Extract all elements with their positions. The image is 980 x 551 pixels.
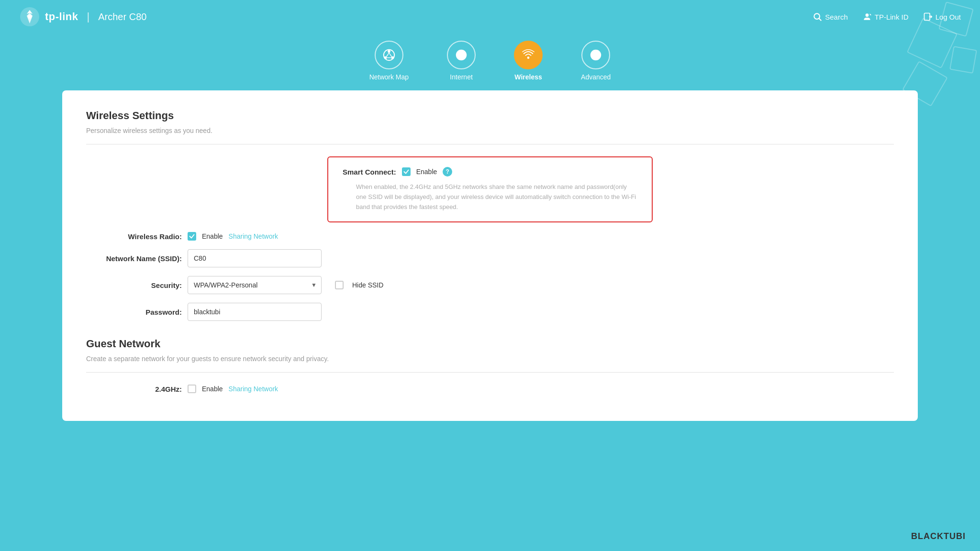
- svg-rect-5: [924, 13, 930, 21]
- wireless-radio-label: Wireless Radio:: [86, 232, 182, 241]
- wireless-settings-subtitle: Personalize wireless settings as you nee…: [86, 127, 894, 134]
- svg-point-1: [28, 15, 32, 19]
- network-name-input[interactable]: [188, 249, 322, 267]
- nav-arrow: [522, 84, 535, 90]
- nav-arrow-inner: [522, 84, 535, 90]
- nav-icon-advanced: [581, 41, 610, 69]
- hide-ssid-label: Hide SSID: [352, 281, 383, 289]
- header: tp-link | Archer C80 Search TP-Link ID: [0, 0, 980, 33]
- search-label: Search: [825, 13, 848, 21]
- svg-point-2: [814, 13, 820, 19]
- svg-line-3: [819, 19, 822, 21]
- logout-icon: [923, 12, 933, 22]
- tplink-id-label: TP-Link ID: [875, 13, 909, 21]
- network-name-label: Network Name (SSID):: [86, 254, 182, 263]
- nav-active-wrapper: Wireless: [514, 41, 543, 90]
- security-select-wrapper: WPA/WPA2-Personal WPA3-Personal None ▼: [188, 276, 322, 294]
- guest-network-title: Guest Network: [86, 338, 894, 350]
- ghz-24-enable-label: Enable: [202, 385, 223, 393]
- internet-icon: [454, 48, 468, 62]
- ghz-24-checkbox[interactable]: [188, 385, 196, 393]
- smart-connect-label: Smart Connect:: [343, 168, 396, 176]
- svg-line-11: [389, 53, 392, 56]
- svg-point-18: [527, 56, 530, 59]
- nav-item-internet[interactable]: Internet: [447, 41, 476, 90]
- nav-bar: Network Map Internet: [0, 33, 980, 90]
- nav-icon-wireless: [514, 41, 543, 69]
- logout-button[interactable]: Log Out: [923, 12, 961, 22]
- nav-item-network-map[interactable]: Network Map: [369, 41, 409, 90]
- security-select[interactable]: WPA/WPA2-Personal WPA3-Personal None: [188, 276, 322, 294]
- search-icon: [813, 12, 822, 22]
- search-button[interactable]: Search: [813, 12, 848, 22]
- header-actions: Search TP-Link ID Log Out: [813, 12, 961, 22]
- smart-connect-checkbox[interactable]: [402, 167, 411, 176]
- ghz-24-sharing-link[interactable]: Sharing Network: [229, 385, 278, 393]
- security-label: Security:: [86, 281, 182, 289]
- nav-label-network-map: Network Map: [369, 73, 409, 81]
- tplink-id-button[interactable]: TP-Link ID: [862, 12, 909, 22]
- ghz-24-label: 2.4GHz:: [86, 385, 182, 393]
- nav-icon-network-map: [375, 41, 403, 69]
- smart-connect-row: Smart Connect: Enable ?: [343, 167, 637, 176]
- svg-point-4: [865, 13, 869, 17]
- svg-line-10: [386, 53, 389, 56]
- network-name-row: Network Name (SSID):: [86, 249, 894, 267]
- main-container: Wireless Settings Personalize wireless s…: [62, 90, 918, 421]
- wireless-settings-title: Wireless Settings: [86, 110, 894, 122]
- logo-model: Archer C80: [98, 11, 146, 22]
- password-label: Password:: [86, 308, 182, 316]
- logo-area: tp-link | Archer C80: [19, 6, 146, 27]
- wireless-radio-checkbox[interactable]: [188, 232, 196, 241]
- password-row: Password:: [86, 303, 894, 321]
- section-divider-guest: [86, 372, 894, 373]
- nav-item-wireless[interactable]: Wireless: [514, 41, 543, 85]
- checkmark-icon-radio: [189, 233, 195, 239]
- advanced-icon: [589, 48, 603, 62]
- guest-network-section: Guest Network Create a separate network …: [86, 338, 894, 393]
- nav-label-internet: Internet: [450, 73, 472, 81]
- guest-network-subtitle: Create a separate network for your guest…: [86, 355, 894, 363]
- nav-label-advanced: Advanced: [581, 73, 611, 81]
- wireless-radio-sharing-link[interactable]: Sharing Network: [229, 232, 278, 240]
- section-divider-wireless: [86, 144, 894, 144]
- smart-connect-description: When enabled, the 2.4GHz and 5GHz networ…: [356, 182, 637, 212]
- checkmark-icon: [403, 169, 409, 175]
- tplink-id-icon: [862, 12, 872, 22]
- wireless-radio-row: Wireless Radio: Enable Sharing Network: [86, 232, 894, 241]
- logout-label: Log Out: [935, 13, 961, 21]
- nav-icon-internet: [447, 41, 476, 69]
- logo-brand: tp-link: [45, 11, 78, 23]
- logo-divider: |: [87, 11, 90, 23]
- nav-item-advanced[interactable]: Advanced: [581, 41, 611, 90]
- tplink-logo-icon: [19, 6, 40, 27]
- footer-watermark: BLACKTUBI: [911, 531, 966, 541]
- svg-point-7: [388, 50, 390, 53]
- ghz-24-row: 2.4GHz: Enable Sharing Network: [86, 385, 894, 393]
- network-map-icon: [382, 48, 396, 62]
- password-input[interactable]: [188, 303, 322, 321]
- smart-connect-enable-label: Enable: [416, 168, 437, 176]
- wireless-radio-enable-label: Enable: [202, 232, 223, 240]
- security-row: Security: WPA/WPA2-Personal WPA3-Persona…: [86, 276, 894, 294]
- hide-ssid-checkbox[interactable]: [335, 281, 344, 289]
- smart-connect-help-icon[interactable]: ?: [443, 167, 452, 176]
- smart-connect-box: Smart Connect: Enable ? When enabled, th…: [327, 156, 653, 222]
- nav-label-wireless: Wireless: [514, 73, 542, 81]
- wireless-icon: [521, 48, 535, 62]
- svg-point-20: [594, 53, 598, 57]
